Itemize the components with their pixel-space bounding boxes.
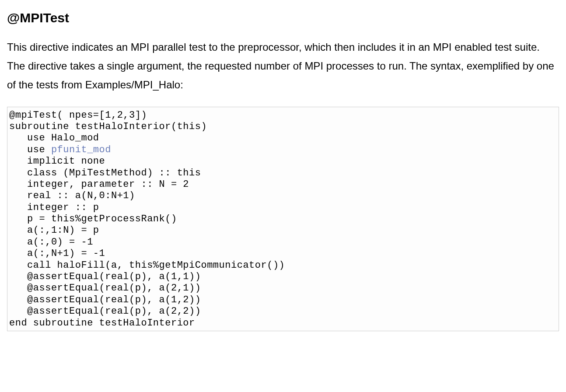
- code-line: use pfunit_mod: [9, 144, 557, 156]
- code-line: a(:,N+1) = -1: [9, 248, 557, 259]
- code-line: subroutine testHaloInterior(this): [9, 121, 557, 133]
- code-block: @mpiTest( npes=[1,2,3])subroutine testHa…: [7, 107, 559, 331]
- code-line: use Halo_mod: [9, 133, 557, 144]
- code-line: a(:,1:N) = p: [9, 225, 557, 236]
- code-line: integer :: p: [9, 202, 557, 214]
- section-heading: @MPITest: [7, 10, 559, 25]
- code-line: implicit none: [9, 156, 557, 167]
- code-line: @assertEqual(real(p), a(1,1)): [9, 271, 557, 283]
- code-line: call haloFill(a, this%getMpiCommunicator…: [9, 260, 557, 271]
- code-line: class (MpiTestMethod) :: this: [9, 168, 557, 179]
- code-line: @assertEqual(real(p), a(2,2)): [9, 306, 557, 317]
- code-line: p = this%getProcessRank(): [9, 214, 557, 225]
- code-line: @mpiTest( npes=[1,2,3]): [9, 110, 557, 121]
- code-line: real :: a(N,0:N+1): [9, 190, 557, 202]
- code-text: use: [9, 144, 51, 155]
- description-paragraph: This directive indicates an MPI parallel…: [7, 38, 558, 94]
- code-line: end subroutine testHaloInterior: [9, 318, 557, 329]
- code-line: @assertEqual(real(p), a(2,1)): [9, 283, 557, 294]
- code-line: a(:,0) = -1: [9, 237, 557, 248]
- code-line: @assertEqual(real(p), a(1,2)): [9, 294, 557, 306]
- pfunit-mod-link[interactable]: pfunit_mod: [51, 144, 111, 155]
- code-line: integer, parameter :: N = 2: [9, 179, 557, 190]
